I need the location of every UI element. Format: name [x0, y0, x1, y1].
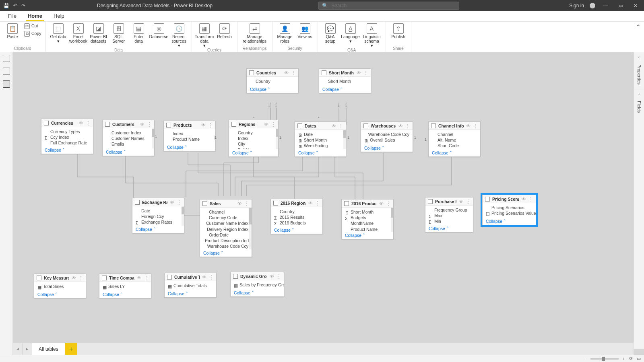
- field-row[interactable]: Foreign Ccy: [136, 214, 181, 219]
- fit-to-page-button[interactable]: ⟳: [629, 356, 633, 361]
- table-pricing-scenarios[interactable]: Pricing Scenarios 👁 ⋮ Pricing Scenarios☐…: [482, 195, 536, 225]
- field-row[interactable]: Customer Index: [106, 130, 151, 136]
- properties-pane-label[interactable]: Properties: [637, 62, 642, 87]
- tab-nav-next[interactable]: ▸: [23, 343, 32, 355]
- more-options-icon[interactable]: ⋮: [208, 122, 213, 128]
- sign-in-link[interactable]: Sign in: [569, 3, 584, 8]
- fit-width-button[interactable]: ▭: [637, 356, 641, 361]
- table-cumulative-totals[interactable]: Cumulative Totals 👁 ⋮ ▦Cumulative Totals…: [164, 273, 217, 298]
- table-header[interactable]: Dynamic Grouping 👁 ⋮: [231, 272, 284, 280]
- ribbon-collapse-button[interactable]: ⌃: [632, 22, 644, 52]
- enter-data-button[interactable]: ▤Enter data: [130, 23, 148, 43]
- field-row[interactable]: Alt. Name: [432, 137, 477, 143]
- collapse-link[interactable]: Collapse⌃: [319, 86, 371, 93]
- table-regions[interactable]: Regions 👁 ⋮ CountryIndexCityFull Name Co…: [229, 120, 279, 157]
- table-header[interactable]: Exchange Rates 👁 ⋮: [132, 198, 184, 206]
- table-header[interactable]: Time Comparison 👁 ⋮: [99, 274, 151, 282]
- field-row[interactable]: OrderDate: [203, 232, 248, 238]
- more-options-icon[interactable]: ⋮: [363, 70, 368, 76]
- more-options-icon[interactable]: ⋮: [209, 274, 214, 280]
- table-channel-info[interactable]: Channel Info 👁 ⋮ ChannelAlt. NameShort C…: [428, 121, 481, 157]
- field-row[interactable]: Country: [250, 78, 295, 84]
- table-header[interactable]: Short Months 👁 ⋮: [319, 69, 371, 77]
- table-exchange-rates[interactable]: Exchange Rates 👁 ⋮ DateForeign CcyΣExcha…: [132, 198, 184, 233]
- field-row[interactable]: City: [232, 141, 275, 147]
- report-view-icon[interactable]: [3, 55, 10, 62]
- table-purchase-frequency[interactable]: Purchase Frequency 👁 ⋮ Frequency GroupΣM…: [425, 197, 473, 232]
- field-row[interactable]: Country: [274, 209, 319, 214]
- field-scrollbar[interactable]: [391, 208, 393, 232]
- view-as-button[interactable]: 👥View as: [296, 23, 314, 39]
- field-row[interactable]: 🗓Overall Sales: [364, 137, 409, 143]
- more-options-icon[interactable]: ⋮: [177, 200, 182, 205]
- model-canvas[interactable]: Countries 👁 ⋮ Country Collapse⌃ Short Mo…: [13, 52, 634, 349]
- more-options-icon[interactable]: ⋮: [271, 121, 276, 127]
- table-header[interactable]: Dates 👁 ⋮: [295, 122, 346, 130]
- table-header[interactable]: Regions 👁 ⋮: [229, 120, 278, 128]
- more-options-icon[interactable]: ⋮: [405, 123, 410, 129]
- collapse-link[interactable]: Collapse⌃: [165, 290, 216, 297]
- manage-roles-button[interactable]: 👤Manage roles: [276, 23, 294, 43]
- collapse-link[interactable]: Collapse⌃: [41, 146, 93, 154]
- field-row[interactable]: Channel: [432, 132, 477, 137]
- visibility-icon[interactable]: 👁: [522, 197, 526, 202]
- visibility-icon[interactable]: 👁: [170, 200, 174, 205]
- field-row[interactable]: Σ2015 Results: [274, 214, 319, 220]
- table-regional-budget[interactable]: 2016 Regional Budget 👁 ⋮ CountryΣ2015 Re…: [270, 199, 323, 234]
- collapse-link[interactable]: Collapse⌃: [99, 291, 151, 298]
- visibility-icon[interactable]: 👁: [72, 276, 76, 280]
- table-header[interactable]: Channel Info 👁 ⋮: [429, 122, 480, 130]
- visibility-icon[interactable]: 👁: [264, 122, 268, 127]
- tab-file[interactable]: File: [2, 11, 22, 21]
- data-view-icon[interactable]: [3, 68, 10, 75]
- more-options-icon[interactable]: ⋮: [147, 121, 152, 127]
- collapse-link[interactable]: Collapse⌃: [132, 226, 184, 233]
- table-header[interactable]: Purchase Frequency 👁 ⋮: [425, 197, 473, 206]
- more-options-icon[interactable]: ⋮: [291, 70, 296, 76]
- fields-pane-label[interactable]: Fields: [637, 99, 642, 115]
- visibility-icon[interactable]: 👁: [379, 201, 384, 206]
- collapse-link[interactable]: Collapse⌃: [342, 232, 393, 239]
- visibility-icon[interactable]: 👁: [79, 121, 83, 125]
- collapse-link[interactable]: Collapse⌃: [361, 144, 413, 152]
- zoom-in-button[interactable]: +: [623, 356, 625, 361]
- more-options-icon[interactable]: ⋮: [244, 201, 249, 206]
- properties-expand-button[interactable]: ‹: [638, 52, 640, 62]
- refresh-button[interactable]: ⟳Refresh: [215, 23, 234, 39]
- qa-setup-button[interactable]: 💬Q&A setup: [321, 23, 340, 43]
- field-row[interactable]: Product Description Index: [203, 238, 248, 243]
- undo-icon[interactable]: ↶: [13, 3, 17, 8]
- more-options-icon[interactable]: ⋮: [339, 123, 343, 129]
- field-row[interactable]: Customer Names: [106, 136, 151, 141]
- visibility-icon[interactable]: 👁: [398, 123, 403, 128]
- collapse-link[interactable]: Collapse⌃: [103, 148, 154, 156]
- redo-icon[interactable]: ↷: [21, 3, 25, 8]
- more-options-icon[interactable]: ⋮: [144, 275, 149, 281]
- field-row[interactable]: Short Code: [432, 143, 477, 148]
- table-header[interactable]: Customers 👁 ⋮: [103, 120, 154, 128]
- get-data-button[interactable]: ⬚Get data▾: [49, 23, 68, 43]
- field-scrollbar[interactable]: [276, 128, 278, 149]
- model-view-icon[interactable]: [3, 80, 10, 88]
- field-row[interactable]: Channel: [203, 209, 248, 215]
- table-dynamic-grouping[interactable]: Dynamic Grouping 👁 ⋮ ▦Sales by Frequency…: [230, 272, 284, 297]
- collapse-link[interactable]: Collapse⌃: [34, 291, 86, 298]
- zoom-out-button[interactable]: −: [584, 356, 586, 361]
- field-row[interactable]: Country: [232, 130, 275, 136]
- field-scrollbar[interactable]: [249, 208, 252, 249]
- visibility-icon[interactable]: 👁: [332, 123, 336, 128]
- field-row[interactable]: Customer Name Index: [203, 220, 248, 226]
- visibility-icon[interactable]: 👁: [466, 123, 471, 128]
- table-header[interactable]: Currencies 👁 ⋮: [41, 119, 93, 127]
- field-row[interactable]: Full Exchange Rate: [45, 140, 90, 146]
- linguistic-schema-button[interactable]: ALinguistic schema▾: [361, 23, 382, 48]
- collapse-link[interactable]: Collapse⌃: [247, 86, 298, 93]
- paste-button[interactable]: 📋Paste: [3, 23, 22, 39]
- user-avatar-icon[interactable]: [590, 3, 595, 8]
- field-row[interactable]: ΣMax: [429, 213, 470, 218]
- field-row[interactable]: ΣMin: [429, 218, 470, 224]
- field-row[interactable]: Frequency Group: [429, 207, 470, 213]
- field-scrollbar[interactable]: [343, 130, 346, 149]
- table-key-measures[interactable]: Key Measures 👁 ⋮ ▦Total Sales Collapse⌃: [34, 274, 86, 298]
- table-header[interactable]: Products 👁 ⋮: [164, 121, 215, 129]
